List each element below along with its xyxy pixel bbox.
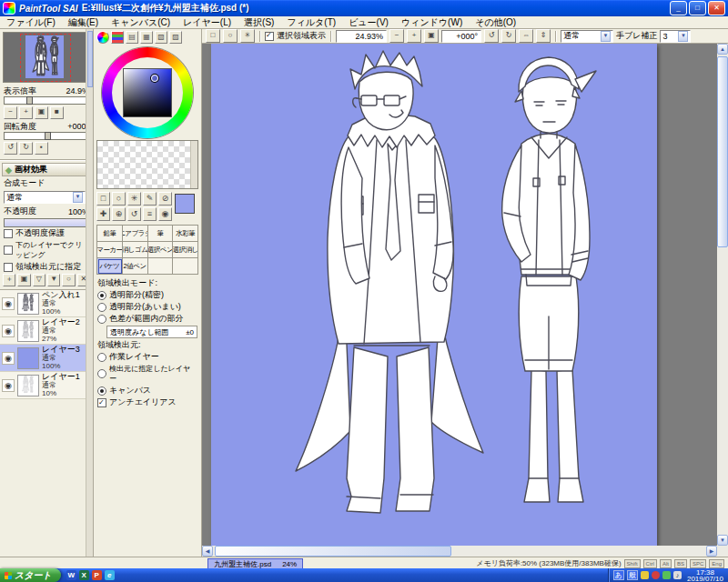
flip-vertical-icon[interactable]: ⇕ <box>536 29 551 43</box>
zoom-readout[interactable]: 24.93% <box>336 30 387 43</box>
saturation-value-square[interactable] <box>123 68 172 117</box>
word-icon[interactable]: W <box>66 570 76 580</box>
transfer-down-icon[interactable]: ▽ <box>33 274 46 286</box>
scroll-down-icon[interactable]: ▼ <box>717 535 728 546</box>
eye-icon[interactable]: ◉ <box>2 352 15 365</box>
close-button[interactable]: ✕ <box>708 1 725 15</box>
antivirus-icon[interactable] <box>652 571 660 579</box>
scroll-right-icon[interactable]: ▶ <box>706 546 717 557</box>
marquee-icon[interactable]: □ <box>96 192 110 206</box>
radio-designated-layer[interactable] <box>97 369 106 378</box>
network-icon[interactable] <box>662 571 671 579</box>
radio-canvas[interactable] <box>97 386 106 396</box>
layer-row[interactable]: ◉ ペン入れ1 通常 100% <box>0 290 93 317</box>
angle-slider[interactable] <box>4 132 89 140</box>
opacity-slider[interactable] <box>4 218 89 227</box>
vertical-scrollbar[interactable]: ▲ ▼ <box>717 44 728 546</box>
lasso-icon[interactable]: ○ <box>223 29 238 43</box>
canvas-viewport[interactable] <box>202 44 717 546</box>
selection-pen-icon[interactable]: ✎ <box>143 192 157 206</box>
horizontal-scrollbar[interactable]: ◀ ▶ <box>202 546 717 557</box>
zoom-out-icon[interactable]: − <box>389 29 404 43</box>
eye-icon[interactable]: ◉ <box>2 325 15 337</box>
color-wheel[interactable] <box>102 47 193 138</box>
excel-icon[interactable]: X <box>79 570 89 580</box>
show-selection-checkbox[interactable] <box>265 32 274 41</box>
radio-transparent-precise[interactable] <box>97 291 106 300</box>
rotate-ccw-icon[interactable]: ↺ <box>4 142 17 155</box>
eyedropper-icon[interactable]: ◉ <box>158 207 172 221</box>
clipping-group-checkbox[interactable] <box>4 246 13 255</box>
tool-marker[interactable]: マーカー <box>97 242 123 258</box>
zoom-in-icon[interactable]: + <box>19 106 33 119</box>
zoom-slider[interactable] <box>4 96 89 105</box>
color-wheel-icon[interactable] <box>96 31 109 44</box>
clear-layer-icon[interactable]: ○ <box>62 274 75 286</box>
tool-pencil[interactable]: 鉛筆 <box>97 226 123 242</box>
flip-horizontal-icon[interactable]: ⇔ <box>519 29 533 43</box>
angle-readout[interactable]: +000° <box>441 30 481 43</box>
navigator-view-rect[interactable] <box>20 34 71 82</box>
tool-selerase[interactable]: 選択消し <box>173 242 198 258</box>
new-layerset-icon[interactable]: ▣ <box>17 274 30 286</box>
zoom-fit-icon[interactable]: ▣ <box>424 29 439 43</box>
rotate-icon[interactable]: ↺ <box>127 207 141 221</box>
menu-item-window[interactable]: ウィンドウ(W) <box>395 16 469 28</box>
paint-mode-dropdown[interactable]: 通常 ▼ <box>561 30 613 43</box>
layer-row[interactable]: ◉ レイヤー2 通常 27% <box>0 317 93 345</box>
magic-wand-icon[interactable]: ✳ <box>127 192 141 206</box>
radio-transparent-fuzzy[interactable] <box>97 303 106 312</box>
start-button[interactable]: スタート <box>0 568 61 582</box>
tool-empty[interactable] <box>148 258 174 275</box>
new-layer-icon[interactable]: ＋ <box>3 274 15 286</box>
menu-item-canvas[interactable]: キャンバス(C) <box>105 16 177 28</box>
hsv-sliders-icon[interactable]: ▤ <box>126 31 138 44</box>
internet-explorer-icon[interactable]: e <box>105 570 115 580</box>
zoom-in-icon[interactable]: + <box>407 29 421 43</box>
scroll-left-icon[interactable]: ◀ <box>202 546 213 557</box>
eye-icon[interactable]: ◉ <box>2 297 15 310</box>
tool-brush[interactable]: 筆 <box>148 226 174 242</box>
tool-eraser[interactable]: 消しゴム <box>123 242 148 258</box>
tool-empty[interactable] <box>173 258 198 275</box>
selection-eraser-icon[interactable]: ⊘ <box>158 192 172 206</box>
antialias-checkbox[interactable] <box>97 398 106 407</box>
stabilizer-dropdown[interactable]: 3 ▼ <box>660 30 691 43</box>
zoom-fit-icon[interactable]: ▣ <box>35 106 48 119</box>
zoom-icon[interactable]: ⊕ <box>112 207 126 221</box>
menu-item-view[interactable]: ビュー(V) <box>342 16 395 28</box>
navigator-thumbnail[interactable] <box>3 32 90 83</box>
scroll-up-icon[interactable]: ▲ <box>717 44 728 55</box>
drawing-canvas[interactable] <box>211 44 657 546</box>
powerpoint-icon[interactable]: P <box>92 570 102 580</box>
move-icon[interactable]: ✚ <box>96 207 110 221</box>
menu-item-edit[interactable]: 編集(E) <box>62 16 105 28</box>
preserve-opacity-checkbox[interactable] <box>4 229 13 238</box>
tool-airbrush[interactable]: エアブラシ <box>123 226 148 242</box>
lasso-icon[interactable]: ○ <box>112 192 126 206</box>
tool-binary-pen[interactable]: 2値ペン <box>123 258 148 275</box>
scratchpad-scrollbar[interactable] <box>190 141 197 188</box>
tool-bucket[interactable]: バケツ <box>97 258 123 275</box>
minimize-button[interactable]: _ <box>670 1 687 15</box>
menu-item-others[interactable]: その他(O) <box>469 16 522 28</box>
menu-item-select[interactable]: 選択(S) <box>238 16 280 28</box>
menu-item-filter[interactable]: フィルタ(T) <box>280 16 342 28</box>
zoom-out-icon[interactable]: − <box>4 106 17 119</box>
rotate-reset-icon[interactable]: ▪ <box>35 142 48 155</box>
layer-row-selected[interactable]: ◉ レイヤー3 通常 100% <box>0 345 93 372</box>
zoom-reset-icon[interactable]: ■ <box>50 106 64 119</box>
merge-down-icon[interactable]: ▼ <box>47 274 60 286</box>
layer-row[interactable]: ◉ レイヤー1 通常 10% <box>0 372 93 399</box>
hand-icon[interactable]: ≡ <box>143 207 157 221</box>
scratchpad-icon[interactable]: ▨ <box>169 31 182 44</box>
vscroll-thumb[interactable] <box>717 56 728 247</box>
left-panel-scrollbar[interactable] <box>86 29 93 557</box>
ime-mode-icon[interactable]: 般 <box>627 570 638 580</box>
scratchpad[interactable] <box>96 140 198 189</box>
magic-wand-icon[interactable]: ✳ <box>240 29 255 43</box>
marquee-icon[interactable]: □ <box>206 29 220 43</box>
color-mixer-icon[interactable]: ▦ <box>140 31 153 44</box>
material-effect-header[interactable]: ◆ 画材効果 <box>2 163 91 176</box>
menu-item-file[interactable]: ファイル(F) <box>0 16 62 28</box>
